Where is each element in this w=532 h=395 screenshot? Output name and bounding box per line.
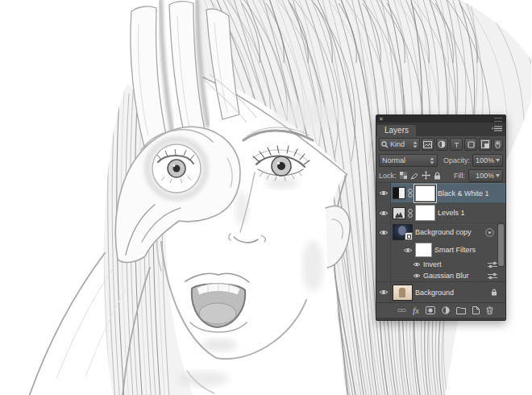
- levels-adjustment-icon[interactable]: [393, 207, 405, 219]
- close-icon[interactable]: ✕: [379, 115, 384, 123]
- layer-row-invert[interactable]: Invert: [376, 259, 505, 270]
- layer-name[interactable]: Smart Filters: [434, 246, 476, 254]
- gutter: [376, 241, 391, 259]
- smart-object-thumbnail[interactable]: [393, 224, 413, 240]
- lock-label: Lock:: [379, 172, 397, 180]
- mask-link-icon[interactable]: [408, 208, 413, 218]
- jawline: [156, 206, 350, 393]
- fingers: [131, 0, 239, 147]
- layers-list: Black & White 1 Levels 1: [376, 182, 505, 302]
- visibility-toggle[interactable]: [376, 203, 391, 222]
- lock-position-icon[interactable]: [422, 171, 430, 180]
- kind-label: Kind: [390, 140, 411, 148]
- filter-row: Kind T: [376, 136, 505, 152]
- panel-chrome: ✕: [376, 115, 505, 123]
- eye-icon[interactable]: [403, 247, 413, 254]
- link-layers-icon[interactable]: [397, 306, 406, 314]
- mouth: [185, 273, 249, 332]
- gutter: [376, 270, 391, 281]
- gutter: [376, 259, 391, 270]
- fill-value: 100%: [476, 172, 494, 180]
- layer-name[interactable]: Levels 1: [438, 209, 465, 217]
- new-adjustment-layer-icon[interactable]: [442, 306, 450, 314]
- layer-name[interactable]: Background: [415, 289, 454, 297]
- layer-row-levels[interactable]: Levels 1: [376, 203, 505, 223]
- opacity-label: Opacity:: [443, 156, 470, 164]
- smart-object-filter-icon[interactable]: [479, 138, 492, 151]
- mask-link-icon[interactable]: [408, 188, 413, 198]
- layer-style-fx-icon[interactable]: fx: [413, 306, 419, 314]
- add-layer-mask-icon[interactable]: [426, 306, 435, 314]
- filter-blending-options-icon[interactable]: [488, 261, 497, 268]
- visibility-toggle[interactable]: [376, 282, 391, 302]
- opacity-value: 100%: [476, 156, 494, 164]
- eye-icon[interactable]: [413, 272, 421, 279]
- eye-icon: [379, 210, 389, 217]
- eye-icon: [379, 189, 389, 197]
- visibility-toggle[interactable]: [376, 223, 391, 241]
- panel-grip-icon[interactable]: [494, 118, 502, 122]
- layer-row-background[interactable]: Background: [376, 281, 505, 302]
- layers-panel: ✕ Layers Kind T: [376, 114, 506, 321]
- layer-row-gaussian-blur[interactable]: Gaussian Blur: [376, 270, 505, 281]
- layer-row-background-copy[interactable]: Background copy: [376, 223, 505, 241]
- layer-name[interactable]: Background copy: [415, 228, 472, 236]
- bottom-toolbar: fx: [376, 302, 505, 318]
- search-icon: [381, 141, 389, 148]
- adjustment-layer-filter-icon[interactable]: [436, 138, 449, 151]
- lock-transparent-pixels-icon[interactable]: [400, 172, 407, 179]
- smart-filter-name[interactable]: Gaussian Blur: [423, 272, 469, 280]
- type-layer-filter-icon[interactable]: T: [450, 138, 463, 151]
- eye-icon[interactable]: [413, 261, 421, 268]
- smart-object-badge-icon: [405, 232, 413, 240]
- kind-filter-select[interactable]: Kind: [379, 138, 420, 151]
- smart-filter-collapse-icon[interactable]: [485, 228, 494, 237]
- new-group-icon[interactable]: [456, 307, 466, 314]
- lock-row: Lock: Fill: 100%: [376, 168, 505, 182]
- tab-layers[interactable]: Layers: [377, 125, 416, 136]
- layer-mask-thumbnail[interactable]: [415, 205, 435, 221]
- eye-icon: [379, 229, 389, 236]
- panel-menu-icon[interactable]: [492, 125, 502, 134]
- right-eye: [243, 127, 313, 181]
- lock-image-pixels-icon[interactable]: [410, 172, 418, 180]
- select-arrows-icon: [430, 157, 434, 164]
- fill-label: Fill:: [454, 172, 465, 180]
- layer-row-black-white[interactable]: Black & White 1: [376, 183, 505, 203]
- new-layer-icon[interactable]: [472, 306, 480, 314]
- delete-layer-icon[interactable]: [486, 306, 493, 314]
- pixel-layer-filter-icon[interactable]: [422, 138, 434, 151]
- opacity-value-box[interactable]: 100%: [472, 154, 503, 167]
- layer-name[interactable]: Black & White 1: [438, 189, 489, 198]
- eye-icon: [379, 289, 389, 296]
- chevron-down-icon: [496, 174, 500, 177]
- fill-value-box[interactable]: 100%: [468, 169, 503, 182]
- layer-mask-thumbnail[interactable]: [415, 185, 435, 202]
- blend-mode-select[interactable]: Normal: [379, 154, 438, 167]
- visibility-toggle[interactable]: [376, 183, 391, 203]
- black-white-adjustment-icon[interactable]: [393, 187, 405, 199]
- layer-row-smart-filters[interactable]: Smart Filters: [376, 241, 505, 259]
- select-arrows-icon: [413, 141, 418, 148]
- svg-text:T: T: [454, 141, 459, 148]
- blend-row: Normal Opacity: 100%: [376, 152, 505, 168]
- lock-all-icon[interactable]: [434, 172, 441, 180]
- list-scrollbar-thumb[interactable]: [497, 223, 505, 267]
- shape-layer-filter-icon[interactable]: [464, 138, 477, 151]
- blend-mode-value: Normal: [382, 156, 430, 164]
- panel-tabbar: Layers: [376, 123, 505, 136]
- chevron-down-icon: [496, 159, 500, 162]
- filter-mask-thumbnail[interactable]: [415, 243, 432, 257]
- background-thumbnail[interactable]: [393, 285, 413, 301]
- filter-blending-options-icon[interactable]: [488, 272, 497, 280]
- layer-lock-icon: [491, 289, 497, 296]
- panel-bottom-edge: [376, 318, 505, 320]
- smart-filter-name[interactable]: Invert: [423, 260, 442, 268]
- layer-filter-toggle-icon[interactable]: [493, 139, 503, 151]
